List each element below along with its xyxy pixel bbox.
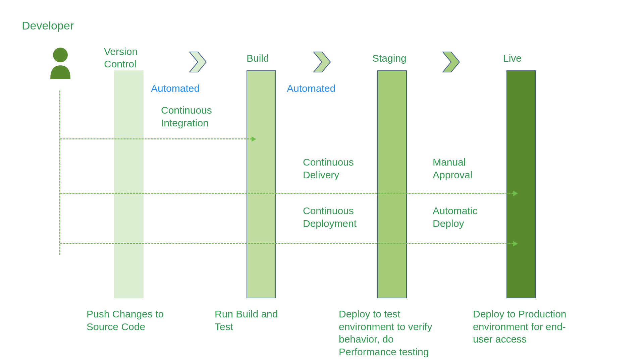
manual-approval-line1: Manual <box>433 156 466 169</box>
auto-deploy-line2: Deploy <box>433 217 464 230</box>
cdel-label-line2: Delivery <box>303 169 339 181</box>
cdel-label-line1: Continuous <box>303 156 354 169</box>
version-control-bar <box>114 70 144 298</box>
developer-label: Developer <box>22 18 74 33</box>
ci-label-line2: Integration <box>161 117 209 129</box>
build-desc: Run Build and Test <box>215 308 295 333</box>
version-control-desc: Push Changes to Source Code <box>87 308 174 333</box>
build-bar <box>247 70 276 298</box>
flow-cd-arrow <box>60 193 517 194</box>
developer-vertical-line <box>59 90 60 255</box>
auto-deploy-line1: Automatic <box>433 204 477 217</box>
automated-label-2: Automated <box>287 82 335 95</box>
version-control-title-line1: Version <box>104 45 138 58</box>
cdep-label-line1: Continuous <box>303 204 354 217</box>
cdep-label-line2: Deployment <box>303 217 357 230</box>
live-desc: Deploy to Production environment for end… <box>473 308 584 346</box>
automated-label-1: Automated <box>151 82 200 95</box>
staging-title: Staging <box>372 52 407 65</box>
manual-approval-line2: Approval <box>433 169 472 181</box>
staging-bar <box>377 70 407 298</box>
svg-point-0 <box>53 48 68 62</box>
developer-icon <box>47 47 74 79</box>
flow-ci-arrow <box>60 138 255 139</box>
flow-cdep-arrow <box>60 243 517 244</box>
live-title: Live <box>503 52 522 65</box>
version-control-title-line2: Control <box>104 58 137 70</box>
ci-label-line1: Continuous <box>161 104 212 117</box>
live-bar <box>506 70 536 298</box>
build-title: Build <box>247 52 269 65</box>
chevron-icon <box>312 50 332 74</box>
chevron-icon <box>441 50 461 74</box>
chevron-icon <box>188 50 208 74</box>
staging-desc: Deploy to test environment to verify beh… <box>339 308 449 358</box>
